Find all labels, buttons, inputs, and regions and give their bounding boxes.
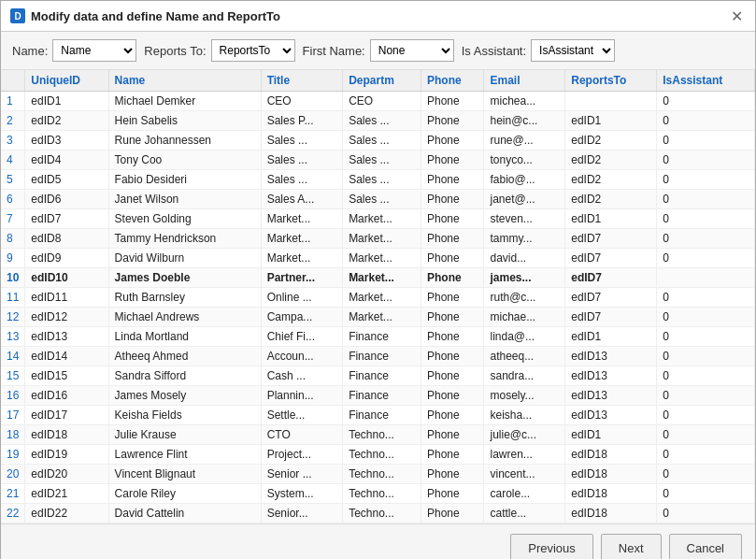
cell-email: tonyco... bbox=[484, 150, 565, 170]
cell-isassistant: 0 bbox=[657, 504, 755, 523]
row-number: 17 bbox=[1, 406, 25, 425]
reports-to-label: Reports To: bbox=[144, 44, 206, 58]
table-row[interactable]: 10edID10James DoeblePartner...Market...P… bbox=[1, 268, 755, 288]
cell-dept: Techno... bbox=[343, 445, 421, 465]
cell-title: Chief Fi... bbox=[261, 327, 342, 347]
cell-uniqueid: edID4 bbox=[25, 150, 108, 170]
previous-button[interactable]: Previous bbox=[510, 534, 593, 559]
table-row[interactable]: 17edID17Keisha FieldsSettle...FinancePho… bbox=[1, 406, 755, 425]
table-row[interactable]: 4edID4Tony CooSales ...Sales ...Phoneton… bbox=[1, 150, 755, 170]
cell-uniqueid: edID16 bbox=[25, 386, 108, 406]
col-header-title: Title bbox=[261, 70, 342, 92]
table-row[interactable]: 7edID7Steven GoldingMarket...Market...Ph… bbox=[1, 209, 755, 229]
cell-isassistant: 0 bbox=[657, 229, 755, 249]
cell-dept: Sales ... bbox=[343, 150, 421, 170]
cell-isassistant: 0 bbox=[657, 170, 755, 190]
cell-phone: Phone bbox=[421, 406, 484, 425]
table-row[interactable]: 8edID8Tammy HendricksonMarket...Market..… bbox=[1, 229, 755, 249]
cell-name: David Wilburn bbox=[108, 249, 261, 268]
table-row[interactable]: 1edID1Michael DemkerCEOCEOPhonemichea...… bbox=[1, 92, 755, 111]
table-row[interactable]: 20edID20Vincent BlignautSenior ...Techno… bbox=[1, 465, 755, 484]
cell-isassistant: 0 bbox=[657, 92, 755, 111]
cell-email: julie@c... bbox=[484, 425, 565, 445]
row-number: 2 bbox=[1, 111, 25, 131]
cell-name: Ruth Barnsley bbox=[108, 288, 261, 308]
row-number: 13 bbox=[1, 327, 25, 347]
is-assistant-group: Is Assistant: IsAssistant bbox=[462, 39, 615, 62]
cell-title: Partner... bbox=[261, 268, 342, 288]
cell-isassistant: 0 bbox=[657, 111, 755, 131]
table-row[interactable]: 12edID12Michael AndrewsCampa...Market...… bbox=[1, 308, 755, 327]
table-row[interactable]: 3edID3Rune JohannessenSales ...Sales ...… bbox=[1, 131, 755, 150]
cell-isassistant: 0 bbox=[657, 190, 755, 209]
cell-dept: Market... bbox=[343, 249, 421, 268]
cell-reportsto: edID13 bbox=[565, 347, 657, 366]
cell-email: atheeq... bbox=[484, 347, 565, 366]
cell-title: Senior... bbox=[261, 504, 342, 523]
cell-isassistant: 0 bbox=[657, 209, 755, 229]
col-header-dept: Departm bbox=[343, 70, 421, 92]
table-row[interactable]: 16edID16James MoselyPlannin...FinancePho… bbox=[1, 386, 755, 406]
table-row[interactable]: 21edID21Carole RileySystem...Techno...Ph… bbox=[1, 484, 755, 504]
table-row[interactable]: 18edID18Julie KrauseCTOTechno...Phonejul… bbox=[1, 425, 755, 445]
cell-title: CTO bbox=[261, 425, 342, 445]
cell-reportsto: edID7 bbox=[565, 288, 657, 308]
table-row[interactable]: 2edID2Hein SabelisSales P...Sales ...Pho… bbox=[1, 111, 755, 131]
cell-title: Accoun... bbox=[261, 347, 342, 366]
table-row[interactable]: 19edID19Lawrence FlintProject...Techno..… bbox=[1, 445, 755, 465]
cell-title: Market... bbox=[261, 249, 342, 268]
first-name-group: First Name: None bbox=[303, 39, 454, 62]
next-button[interactable]: Next bbox=[601, 534, 662, 559]
row-number: 19 bbox=[1, 445, 25, 465]
cell-isassistant: 0 bbox=[657, 327, 755, 347]
cell-isassistant: 0 bbox=[657, 249, 755, 268]
table-row[interactable]: 9edID9David WilburnMarket...Market...Pho… bbox=[1, 249, 755, 268]
row-number: 21 bbox=[1, 484, 25, 504]
cell-isassistant: 0 bbox=[657, 308, 755, 327]
cell-phone: Phone bbox=[421, 249, 484, 268]
dialog-title: Modify data and define Name and ReportTo bbox=[31, 9, 721, 23]
cell-name: Hein Sabelis bbox=[108, 111, 261, 131]
cell-reportsto: edID18 bbox=[565, 465, 657, 484]
cell-phone: Phone bbox=[421, 425, 484, 445]
first-name-select[interactable]: None bbox=[370, 39, 454, 62]
cell-name: Fabio Desideri bbox=[108, 170, 261, 190]
table-row[interactable]: 5edID5Fabio DesideriSales ...Sales ...Ph… bbox=[1, 170, 755, 190]
row-number: 14 bbox=[1, 347, 25, 366]
cell-title: CEO bbox=[261, 92, 342, 111]
cell-dept: Sales ... bbox=[343, 170, 421, 190]
row-number: 22 bbox=[1, 504, 25, 523]
cell-reportsto: edID7 bbox=[565, 308, 657, 327]
close-button[interactable]: ✕ bbox=[727, 7, 746, 25]
cell-dept: Finance bbox=[343, 327, 421, 347]
table-row[interactable]: 22edID22David CattelinSenior...Techno...… bbox=[1, 504, 755, 523]
reports-to-select[interactable]: ReportsTo bbox=[211, 39, 295, 62]
table-row[interactable]: 15edID15Sandra SiffordCash ...FinancePho… bbox=[1, 366, 755, 386]
cell-title: Market... bbox=[261, 229, 342, 249]
cell-email: linda@... bbox=[484, 327, 565, 347]
cell-dept: Finance bbox=[343, 386, 421, 406]
name-select[interactable]: Name bbox=[52, 39, 136, 62]
cell-email: james... bbox=[484, 268, 565, 288]
table-row[interactable]: 11edID11Ruth BarnsleyOnline ...Market...… bbox=[1, 288, 755, 308]
cell-reportsto: edID1 bbox=[565, 327, 657, 347]
table-row[interactable]: 6edID6Janet WilsonSales A...Sales ...Pho… bbox=[1, 190, 755, 209]
cell-email: hein@c... bbox=[484, 111, 565, 131]
is-assistant-label: Is Assistant: bbox=[462, 44, 526, 58]
cell-email: tammy... bbox=[484, 229, 565, 249]
cell-email: mosely... bbox=[484, 386, 565, 406]
cell-email: david... bbox=[484, 249, 565, 268]
cell-name: Atheeq Ahmed bbox=[108, 347, 261, 366]
cell-phone: Phone bbox=[421, 170, 484, 190]
cell-isassistant: 0 bbox=[657, 347, 755, 366]
cell-title: Plannin... bbox=[261, 386, 342, 406]
table-row[interactable]: 14edID14Atheeq AhmedAccoun...FinancePhon… bbox=[1, 347, 755, 366]
cancel-button[interactable]: Cancel bbox=[669, 534, 742, 559]
cell-phone: Phone bbox=[421, 111, 484, 131]
cell-uniqueid: edID11 bbox=[25, 288, 108, 308]
row-number: 8 bbox=[1, 229, 25, 249]
is-assistant-select[interactable]: IsAssistant bbox=[531, 39, 615, 62]
cell-dept: Market... bbox=[343, 308, 421, 327]
table-row[interactable]: 13edID13Linda MortlandChief Fi...Finance… bbox=[1, 327, 755, 347]
cell-email: fabio@... bbox=[484, 170, 565, 190]
